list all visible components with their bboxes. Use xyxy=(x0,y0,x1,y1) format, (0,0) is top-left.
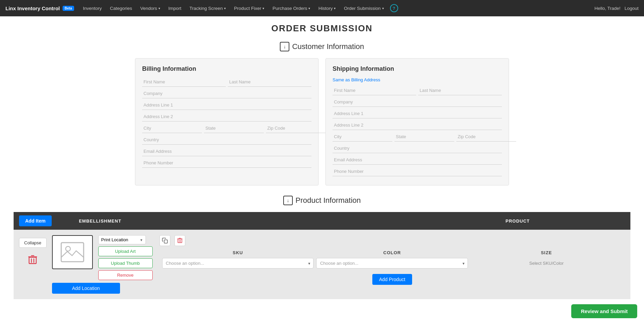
shipping-address1[interactable] xyxy=(333,109,502,118)
sku-header: SKU xyxy=(162,250,314,255)
collapse-product-icon[interactable]: ↓ xyxy=(283,196,293,205)
svg-point-6 xyxy=(66,246,70,251)
same-as-billing-link[interactable]: Same as Billing Address xyxy=(333,77,502,82)
shipping-address2[interactable] xyxy=(333,120,502,130)
nav-import[interactable]: Import xyxy=(165,0,185,16)
shipping-state[interactable] xyxy=(394,132,454,142)
billing-company-row xyxy=(142,89,311,98)
page-title: ORDER SUBMISSION xyxy=(14,23,630,34)
sku-select[interactable]: Choose an option... xyxy=(162,258,314,269)
billing-phone-row xyxy=(142,158,311,168)
shipping-email-row xyxy=(333,155,502,165)
brand-text: Linx Inventory Control xyxy=(5,5,60,11)
logout-button[interactable]: Logout xyxy=(625,6,639,11)
size-header: SIZE xyxy=(471,250,622,255)
billing-zip[interactable] xyxy=(266,124,326,133)
nav-purchase-orders[interactable]: Purchase Orders ▾ xyxy=(269,0,313,16)
billing-email[interactable] xyxy=(142,147,311,156)
product-actions-row xyxy=(159,235,625,246)
review-submit-button[interactable]: Review and Submit xyxy=(571,304,637,318)
shipping-last-name[interactable] xyxy=(418,86,502,95)
billing-address2-row xyxy=(142,112,311,121)
vendors-caret: ▾ xyxy=(158,6,160,10)
product-item-row: Collapse xyxy=(14,230,630,299)
billing-first-name[interactable] xyxy=(142,77,226,87)
shipping-country-row xyxy=(333,144,502,153)
collapse-customer-icon[interactable]: ↓ xyxy=(280,42,289,51)
copy-item-button[interactable] xyxy=(159,235,170,246)
svg-rect-0 xyxy=(29,257,36,264)
customer-section: ↓ Customer Information Billing Informati… xyxy=(14,42,630,185)
main-content: ORDER SUBMISSION ↓ Customer Information … xyxy=(0,16,644,325)
beta-badge: Beta xyxy=(63,6,74,11)
svg-rect-5 xyxy=(61,243,84,262)
billing-phone[interactable] xyxy=(142,158,311,168)
nav-categories[interactable]: Categories xyxy=(106,0,135,16)
collapse-button[interactable]: Collapse xyxy=(19,238,47,248)
print-location-row: Print Location xyxy=(98,235,153,244)
shipping-city[interactable] xyxy=(333,132,392,142)
nav-product-fixer[interactable]: Product Fixer ▾ xyxy=(231,0,268,16)
navbar: Linx Inventory Control Beta Inventory Ca… xyxy=(0,0,644,16)
billing-name-row xyxy=(142,77,311,87)
nav-right: Hello, Trade! Logout xyxy=(594,6,639,11)
shipping-card: Shipping Information Same as Billing Add… xyxy=(325,58,509,185)
nav-vendors[interactable]: Vendors ▾ xyxy=(137,0,164,16)
svg-rect-8 xyxy=(178,239,182,243)
billing-address1[interactable] xyxy=(142,100,311,110)
greeting-text: Hello, Trade! xyxy=(594,6,621,11)
order-submission-caret: ▾ xyxy=(382,6,384,10)
color-select-wrapper: Choose an option... xyxy=(316,258,468,269)
item-left-actions: Collapse xyxy=(19,235,47,268)
customer-section-header: ↓ Customer Information xyxy=(14,42,630,51)
delete-product-button[interactable] xyxy=(174,235,185,246)
shipping-address1-row xyxy=(333,109,502,118)
purchase-orders-caret: ▾ xyxy=(308,6,310,10)
upload-art-button[interactable]: Upload Art xyxy=(98,246,153,256)
billing-country[interactable] xyxy=(142,135,311,145)
shipping-country[interactable] xyxy=(333,144,502,153)
embellishment-main-row: Print Location Upload Art Upload Thumb R… xyxy=(52,235,153,280)
product-fixer-caret: ▾ xyxy=(262,6,264,10)
color-header: COLOR xyxy=(316,250,468,255)
shipping-title: Shipping Information xyxy=(333,65,502,72)
billing-address2[interactable] xyxy=(142,112,311,121)
shipping-address2-row xyxy=(333,120,502,130)
billing-city[interactable] xyxy=(142,124,202,133)
nav-tracking-screen[interactable]: Tracking Screen ▾ xyxy=(186,0,229,16)
shipping-company-row xyxy=(333,97,502,107)
billing-company[interactable] xyxy=(142,89,311,98)
add-product-button[interactable]: Add Product xyxy=(372,274,412,285)
print-location-select[interactable]: Print Location xyxy=(98,235,146,244)
billing-state[interactable] xyxy=(204,124,264,133)
shipping-first-name[interactable] xyxy=(333,86,416,95)
shipping-name-row xyxy=(333,86,502,95)
toolbar-embellishment-label: EMBELLISHMENT xyxy=(79,218,121,224)
billing-city-state-zip-row xyxy=(142,124,311,133)
help-button[interactable]: ? xyxy=(390,4,398,12)
upload-thumb-button[interactable]: Upload Thumb xyxy=(98,258,153,268)
color-select[interactable]: Choose an option... xyxy=(316,258,468,269)
nav-history[interactable]: History ▾ xyxy=(315,0,339,16)
product-section-header: ↓ Product Information xyxy=(14,196,630,205)
remove-embellishment-button[interactable]: Remove xyxy=(98,270,153,280)
shipping-city-state-zip-row xyxy=(333,132,502,142)
shipping-email[interactable] xyxy=(333,155,502,165)
product-section-title: Product Information xyxy=(295,196,361,205)
svg-rect-7 xyxy=(164,240,167,243)
nav-inventory[interactable]: Inventory xyxy=(80,0,105,16)
shipping-company[interactable] xyxy=(333,97,502,107)
billing-card: Billing Information xyxy=(135,58,319,185)
delete-item-icon[interactable] xyxy=(28,255,37,268)
add-item-button[interactable]: Add Item xyxy=(19,215,52,226)
nav-order-submission[interactable]: Order Submission ▾ xyxy=(340,0,387,16)
shipping-phone[interactable] xyxy=(333,167,502,176)
shipping-zip[interactable] xyxy=(456,132,516,142)
billing-last-name[interactable] xyxy=(228,77,311,87)
shipping-phone-row xyxy=(333,167,502,176)
embellishment-buttons: Print Location Upload Art Upload Thumb R… xyxy=(98,235,153,280)
sku-color-size-header: SKU COLOR SIZE xyxy=(159,250,625,255)
history-caret: ▾ xyxy=(334,6,336,10)
customer-section-title: Customer Information xyxy=(292,42,364,51)
add-location-button[interactable]: Add Location xyxy=(52,283,120,294)
